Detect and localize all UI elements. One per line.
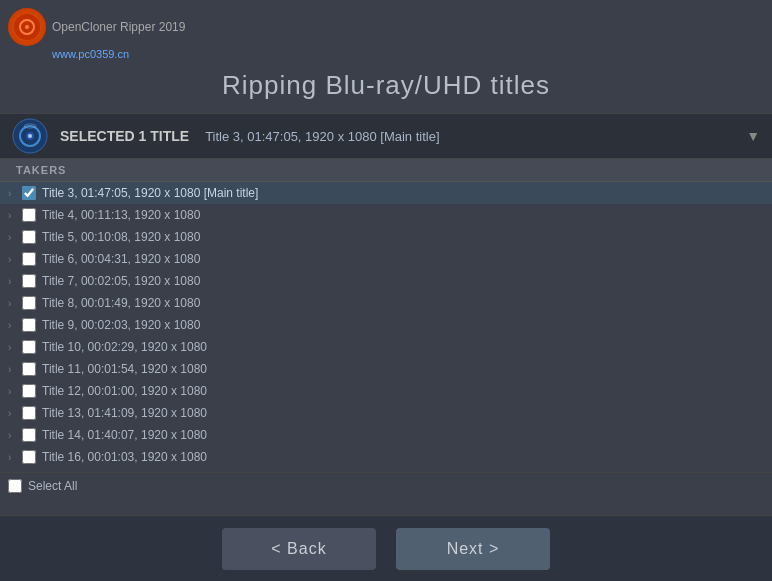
title-item[interactable]: ›Title 13, 01:41:09, 1920 x 1080 [0, 402, 772, 424]
title-checkbox[interactable] [22, 362, 36, 376]
title-checkbox[interactable] [22, 274, 36, 288]
bottom-bar: < Back Next > [0, 515, 772, 581]
title-item[interactable]: ›Title 16, 00:01:03, 1920 x 1080 [0, 446, 772, 468]
expand-arrow-icon: › [8, 232, 22, 243]
select-all-label[interactable]: Select All [28, 479, 77, 493]
title-item[interactable]: ›Title 3, 01:47:05, 1920 x 1080 [Main ti… [0, 182, 772, 204]
title-item[interactable]: ›Title 4, 00:11:13, 1920 x 1080 [0, 204, 772, 226]
title-text: Title 8, 00:01:49, 1920 x 1080 [42, 296, 200, 310]
title-checkbox[interactable] [22, 318, 36, 332]
title-checkbox[interactable] [22, 230, 36, 244]
expand-arrow-icon: › [8, 408, 22, 419]
expand-arrow-icon: › [8, 320, 22, 331]
select-all-checkbox[interactable] [8, 479, 22, 493]
title-item[interactable]: ›Title 9, 00:02:03, 1920 x 1080 [0, 314, 772, 336]
title-checkbox[interactable] [22, 208, 36, 222]
select-all-row[interactable]: Select All [0, 472, 772, 499]
page-heading: Ripping Blu-ray/UHD titles [0, 60, 772, 113]
expand-arrow-icon: › [8, 452, 22, 463]
title-item[interactable]: ›Title 5, 00:10:08, 1920 x 1080 [0, 226, 772, 248]
title-item[interactable]: ›Title 7, 00:02:05, 1920 x 1080 [0, 270, 772, 292]
title-item[interactable]: ›Title 12, 00:01:00, 1920 x 1080 [0, 380, 772, 402]
title-text: Title 14, 01:40:07, 1920 x 1080 [42, 428, 207, 442]
expand-arrow-icon: › [8, 254, 22, 265]
svg-point-6 [28, 134, 32, 138]
title-checkbox[interactable] [22, 450, 36, 464]
title-item[interactable]: ›Title 10, 00:02:29, 1920 x 1080 [0, 336, 772, 358]
expand-arrow-icon: › [8, 386, 22, 397]
bluray-icon [12, 118, 48, 154]
title-text: Title 12, 00:01:00, 1920 x 1080 [42, 384, 207, 398]
expand-arrow-icon: › [8, 364, 22, 375]
title-text: Title 10, 00:02:29, 1920 x 1080 [42, 340, 207, 354]
title-checkbox[interactable] [22, 384, 36, 398]
title-item[interactable]: ›Title 8, 00:01:49, 1920 x 1080 [0, 292, 772, 314]
title-checkbox[interactable] [22, 186, 36, 200]
expand-arrow-icon: › [8, 298, 22, 309]
app-title-watermark: OpenCloner Ripper 2019 [52, 20, 185, 34]
app-logo [8, 8, 46, 46]
next-button[interactable]: Next > [396, 528, 550, 570]
dropdown-arrow-icon[interactable]: ▼ [746, 128, 760, 144]
title-item[interactable]: ›Title 14, 01:40:07, 1920 x 1080 [0, 424, 772, 446]
selected-title-label: SELECTED 1 TITLE [60, 128, 189, 144]
selected-title-bar[interactable]: SELECTED 1 TITLE Title 3, 01:47:05, 1920… [0, 113, 772, 159]
back-button[interactable]: < Back [222, 528, 376, 570]
selected-title-value: Title 3, 01:47:05, 1920 x 1080 [Main tit… [205, 129, 738, 144]
title-checkbox[interactable] [22, 252, 36, 266]
watermark: OpenCloner Ripper 2019 www.pc0359.cn [8, 8, 185, 60]
title-checkbox[interactable] [22, 296, 36, 310]
takers-label: TAKERS [0, 159, 772, 182]
title-text: Title 4, 00:11:13, 1920 x 1080 [42, 208, 200, 222]
title-text: Title 7, 00:02:05, 1920 x 1080 [42, 274, 200, 288]
title-text: Title 9, 00:02:03, 1920 x 1080 [42, 318, 200, 332]
svg-point-2 [25, 25, 29, 29]
title-checkbox[interactable] [22, 428, 36, 442]
expand-arrow-icon: › [8, 342, 22, 353]
title-checkbox[interactable] [22, 340, 36, 354]
title-text: Title 16, 00:01:03, 1920 x 1080 [42, 450, 207, 464]
title-text: Title 5, 00:10:08, 1920 x 1080 [42, 230, 200, 244]
title-item[interactable]: ›Title 6, 00:04:31, 1920 x 1080 [0, 248, 772, 270]
watermark-site: www.pc0359.cn [52, 48, 185, 60]
title-checkbox[interactable] [22, 406, 36, 420]
expand-arrow-icon: › [8, 276, 22, 287]
title-text: Title 11, 00:01:54, 1920 x 1080 [42, 362, 207, 376]
title-item[interactable]: ›Title 11, 00:01:54, 1920 x 1080 [0, 358, 772, 380]
title-text: Title 13, 01:41:09, 1920 x 1080 [42, 406, 207, 420]
title-text: Title 3, 01:47:05, 1920 x 1080 [Main tit… [42, 186, 258, 200]
title-list[interactable]: ›Title 3, 01:47:05, 1920 x 1080 [Main ti… [0, 182, 772, 472]
expand-arrow-icon: › [8, 188, 22, 199]
expand-arrow-icon: › [8, 430, 22, 441]
title-text: Title 6, 00:04:31, 1920 x 1080 [42, 252, 200, 266]
expand-arrow-icon: › [8, 210, 22, 221]
